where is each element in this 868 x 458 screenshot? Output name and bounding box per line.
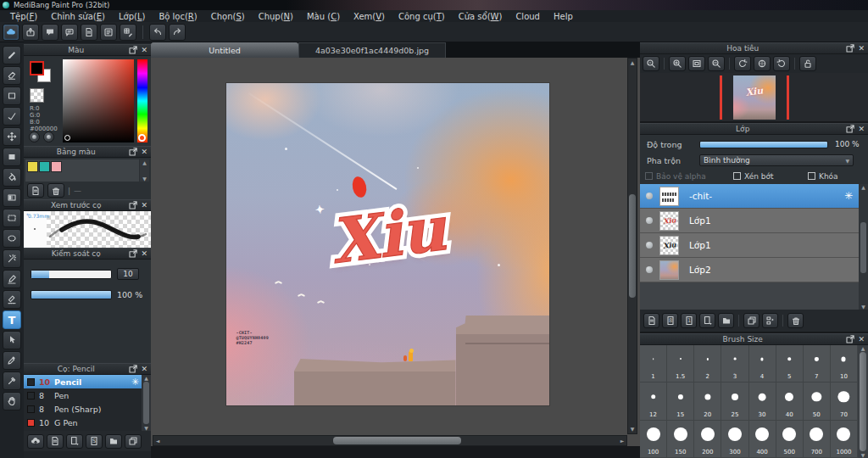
palette-swatch-3[interactable] <box>51 161 62 172</box>
gear-icon[interactable]: ✳ <box>131 377 139 388</box>
lock-button[interactable] <box>799 56 816 71</box>
close-icon[interactable]: ✕ <box>141 201 147 209</box>
scroll-up-icon[interactable]: ▲ <box>861 184 865 190</box>
layer-opacity-slider[interactable] <box>699 141 828 148</box>
scroll-down-icon[interactable]: ▼ <box>144 425 148 431</box>
brush-size-1.5[interactable]: 1.5 <box>667 345 694 383</box>
move-tool[interactable] <box>3 127 21 146</box>
bucket-tool[interactable] <box>3 168 21 187</box>
scroll-down-icon[interactable]: ▼ <box>861 304 865 310</box>
brush-opacity-slider[interactable] <box>31 290 112 299</box>
brush-item-pen-sharp-[interactable]: 8Pen (Sharp) <box>24 402 151 416</box>
popout-icon[interactable] <box>128 364 138 374</box>
palette-add-button[interactable] <box>27 183 44 198</box>
select-tool[interactable] <box>3 209 21 227</box>
brush-size-300[interactable]: 300 <box>721 421 748 458</box>
brush-item-g-pen[interactable]: 10G Pen <box>24 416 151 429</box>
scroll-up-icon[interactable]: ▲ <box>631 59 635 67</box>
close-icon[interactable]: ✕ <box>141 148 147 156</box>
saturation-value-picker[interactable] <box>63 59 134 142</box>
brush-size-4[interactable]: 4 <box>749 345 776 383</box>
scroll-up-icon[interactable]: ▲ <box>142 159 147 165</box>
layer-folder-button[interactable] <box>718 313 734 328</box>
brush-size-slider[interactable] <box>31 270 112 279</box>
checkbox-box[interactable] <box>808 172 815 180</box>
popout-icon[interactable] <box>845 43 855 53</box>
palette-swatch-2[interactable] <box>39 161 50 172</box>
menu-item-9[interactable]: Công cụ(T) <box>392 12 452 21</box>
new-1bit-layer-button[interactable]: 1 <box>681 313 697 328</box>
popout-icon[interactable] <box>128 249 138 259</box>
new-8bit-layer-button[interactable]: 8 <box>662 313 678 328</box>
brush-list-scrollbar[interactable]: ▲▼ <box>142 375 151 431</box>
brush-cloud-upload-button[interactable] <box>27 434 44 449</box>
canvas-vertical-scrollbar[interactable]: ▲ ▼ <box>627 58 637 434</box>
shape-brush-tool[interactable] <box>3 87 21 105</box>
snap-tool[interactable] <box>3 107 21 126</box>
menu-item-5[interactable]: Chọn(S) <box>204 12 252 21</box>
layer-row-2[interactable]: XiuLớp1 <box>640 209 868 233</box>
duplicate-layer-button[interactable] <box>743 313 760 328</box>
layer-visibility-toggle[interactable] <box>646 217 653 224</box>
gear-icon[interactable]: ✳ <box>844 190 853 202</box>
palette-scrollbar[interactable]: ▲ ▼ <box>140 159 149 182</box>
brush-size-1[interactable]: 1 <box>640 345 667 383</box>
brush-size-2[interactable]: 2 <box>694 345 721 383</box>
brush-size-7[interactable]: 7 <box>804 345 831 383</box>
add-layer-menu-button[interactable] <box>699 313 715 328</box>
brush-folder-button[interactable] <box>105 434 122 449</box>
scroll-thumb[interactable] <box>333 437 461 444</box>
layer-visibility-toggle[interactable] <box>646 266 653 273</box>
color-wheel-toggle[interactable] <box>29 131 40 142</box>
document-button[interactable] <box>81 24 97 41</box>
brush-size-700[interactable]: 700 <box>804 421 831 458</box>
select-eraser-tool[interactable] <box>3 290 21 309</box>
scroll-thumb[interactable] <box>629 194 636 298</box>
brush-size-400[interactable]: 400 <box>749 421 776 458</box>
close-icon[interactable]: ✕ <box>141 46 147 54</box>
zoom-in-button[interactable] <box>669 56 686 71</box>
scroll-right-icon[interactable]: ► <box>618 438 626 444</box>
artwork-canvas[interactable]: Xiu Xiu ✦ -CHIT- @TUQUYNH0409 #H2247 <box>226 83 549 405</box>
color-bar-toggle[interactable] <box>43 131 54 142</box>
layer-visibility-toggle[interactable] <box>646 193 653 199</box>
merge-layer-button[interactable] <box>762 313 778 328</box>
popout-icon[interactable] <box>845 124 855 134</box>
hand-tool[interactable] <box>3 392 21 411</box>
operation-tool[interactable] <box>3 331 21 349</box>
scroll-up-icon[interactable]: ▲ <box>861 345 865 351</box>
brush-new-menu-button[interactable] <box>66 434 83 449</box>
close-icon[interactable]: ✕ <box>858 125 865 133</box>
foreground-color-swatch[interactable] <box>30 61 44 75</box>
scroll-thumb[interactable] <box>143 382 149 424</box>
menu-item-8[interactable]: Xem(V) <box>347 12 392 21</box>
magic-wand-tool[interactable] <box>3 249 21 268</box>
scroll-thumb[interactable] <box>860 222 866 273</box>
brush-size-5[interactable]: 5 <box>776 345 804 383</box>
brush-size-20[interactable]: 20 <box>694 383 721 420</box>
select-pen-tool[interactable] <box>3 270 21 288</box>
menu-item-3[interactable]: Lớp(L) <box>112 12 152 21</box>
tab-image-file[interactable]: 4a03e30e0f1ac4449d0b.jpg <box>298 42 446 58</box>
lasso-tool[interactable] <box>3 229 21 248</box>
brush-size-200[interactable]: 200 <box>694 421 721 458</box>
layer-row-1[interactable]: -chit-✳ <box>640 184 868 209</box>
menu-item-11[interactable]: Cloud <box>509 12 547 21</box>
palette-swatch-1[interactable] <box>27 161 38 172</box>
transparent-color-swatch[interactable] <box>30 88 44 103</box>
layer-row-3[interactable]: XiuLớp1 <box>640 233 868 258</box>
comment-button[interactable] <box>42 24 58 41</box>
menu-item-10[interactable]: Cửa sổ(W) <box>452 12 509 21</box>
popout-icon[interactable] <box>128 147 138 157</box>
brush-size-12[interactable]: 12 <box>640 383 667 420</box>
popout-icon[interactable] <box>128 45 138 55</box>
layer-row-4[interactable]: Lớp2 <box>640 258 868 282</box>
cloud-sync-button[interactable] <box>3 24 19 41</box>
checkbox-x-n-b-t[interactable]: Xén bớt <box>733 172 808 181</box>
rotate-cw-button[interactable] <box>773 56 790 71</box>
material-list-button[interactable] <box>100 24 117 41</box>
rotate-ccw-button[interactable] <box>734 56 751 71</box>
navigator-thumbnail[interactable]: Xiu <box>733 75 776 120</box>
brush-size-30[interactable]: 30 <box>749 383 776 420</box>
delete-layer-button[interactable] <box>787 313 804 328</box>
